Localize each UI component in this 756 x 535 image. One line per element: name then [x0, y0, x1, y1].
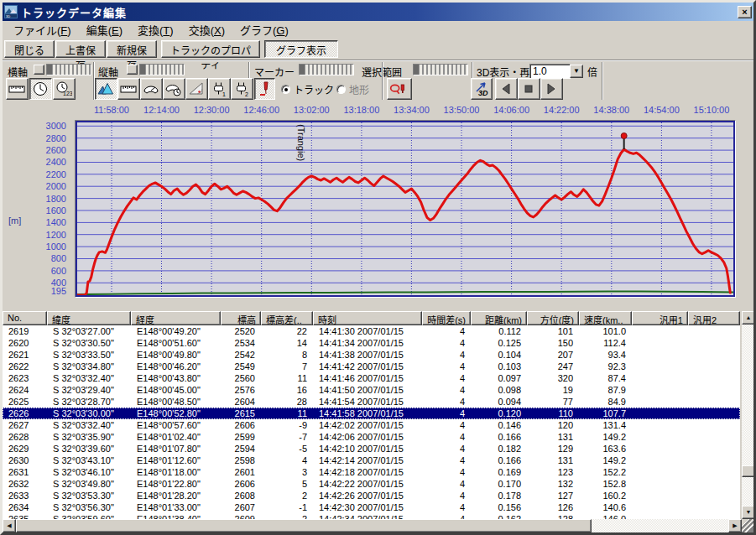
x-axis-tick-label: 15:10:00 [694, 105, 730, 115]
gauge-clock-icon[interactable] [163, 78, 185, 100]
column-header[interactable]: 標高 [221, 311, 261, 325]
table-cell: 4 [422, 513, 471, 519]
table-cell: 131 [527, 431, 579, 443]
close-icon[interactable]: × [738, 6, 752, 18]
table-cell: 2598 [221, 454, 261, 466]
table-cell: 0.156 [471, 501, 527, 513]
horizontal-scroll-thumb[interactable] [16, 519, 592, 532]
y-axis-tick-label: 800 [26, 253, 66, 263]
menu-item-edit[interactable]: 編集(E) [79, 20, 130, 39]
table-row[interactable]: 2624S 32°03'29.40"E148°00'45.00"25761614… [3, 384, 740, 396]
vertical-scrollbar[interactable]: ▲ ▼ [742, 311, 755, 519]
step-back-icon[interactable] [495, 78, 518, 100]
table-row[interactable]: 2626S 32°03'30.00"E148°00'52.80"26151114… [3, 408, 740, 419]
table-row[interactable]: 2629S 32°03'39.60"E148°01'07.80"2594-514… [3, 443, 740, 454]
time-clock-icon[interactable] [29, 78, 52, 100]
table-row[interactable]: 2619S 32°03'27.00"E148°00'49.20"25202214… [3, 325, 740, 337]
vertical-axis-label: 縦軸 [98, 65, 118, 79]
column-header[interactable]: 汎用1 [632, 311, 688, 325]
table-cell [688, 513, 740, 519]
marker-target-terrain-radio[interactable]: 地形 [336, 82, 369, 96]
marker-target-track-radio[interactable]: トラック [281, 82, 334, 96]
scroll-left-icon[interactable]: ◀ [3, 519, 16, 532]
speed-gauge-icon[interactable] [140, 78, 163, 100]
table-row[interactable]: 2634S 32°03'56.30"E148°01'33.00"2607-114… [3, 501, 740, 513]
chart-plot-area[interactable]: (Trangie)(ナロマイン飛行場) [77, 122, 733, 295]
menu-item-exchange[interactable]: 交換(X) [181, 20, 232, 39]
menu-item-convert[interactable]: 変換(T) [130, 20, 181, 39]
x-axis-tick-label: 13:02:00 [294, 105, 330, 115]
table-row[interactable]: 2632S 32°03'49.80"E148°01'22.80"2606514:… [3, 478, 740, 490]
graph-view-button[interactable]: グラフ表示 [264, 40, 338, 58]
column-header[interactable]: 時刻 [313, 311, 422, 325]
plug-1-icon[interactable]: 1 [208, 78, 231, 100]
table-row[interactable]: 2631S 32°03'46.10"E148°01'18.00"2601314:… [3, 466, 740, 478]
svg-text:2: 2 [245, 91, 248, 97]
playback-speed-select[interactable]: 1.0 [529, 64, 571, 79]
marker-pen-icon[interactable] [254, 78, 275, 100]
table-cell: 152.2 [579, 466, 632, 478]
vertical-scroll-track[interactable] [742, 325, 755, 506]
column-header[interactable]: 距離(km) [471, 311, 527, 325]
plug-2-icon[interactable]: 2 [231, 78, 253, 100]
3d-view-icon[interactable]: 3D [471, 78, 493, 100]
table-row[interactable]: 2635S 32°03'59.60"E148°01'38.40"2609214:… [3, 513, 740, 519]
distance-ruler-icon[interactable] [6, 78, 29, 100]
table-cell: 93.4 [579, 349, 632, 361]
scroll-down-icon[interactable]: ▼ [742, 506, 755, 519]
table-row[interactable]: 2623S 32°03'32.40"E148°00'43.80"25601114… [3, 372, 740, 384]
table-cell [688, 443, 740, 454]
selection-range-slider[interactable] [413, 64, 468, 75]
horizontal-axis-zoom-slider[interactable] [46, 64, 91, 75]
column-header[interactable]: 経度 [131, 311, 221, 325]
ruler-icon[interactable] [117, 78, 140, 100]
track-properties-button[interactable]: トラックのプロパティ [161, 40, 260, 58]
table-row[interactable]: 2633S 32°03'53.30"E148°01'28.20"2608214:… [3, 490, 740, 501]
table-row[interactable]: 2630S 32°03'43.10"E148°01'12.60"2598414:… [3, 454, 740, 466]
slope-protractor-icon[interactable] [185, 78, 208, 100]
vertical-scroll-thumb[interactable] [742, 465, 755, 477]
stop-icon[interactable] [518, 78, 540, 100]
title-bar[interactable]: 3D トラックデータ編集 × [3, 3, 753, 21]
scroll-up-icon[interactable]: ▲ [742, 311, 755, 325]
table-row[interactable]: 2625S 32°03'28.70"E148°00'48.50"26042814… [3, 396, 740, 408]
chevron-down-icon[interactable]: ▼ [570, 65, 583, 78]
play-icon[interactable] [540, 78, 563, 100]
table-cell: E148°01'02.40" [131, 431, 221, 443]
menu-item-file[interactable]: ファイル(F) [6, 20, 79, 39]
column-header[interactable]: 汎用2 [688, 311, 740, 325]
vertical-axis-reset-button[interactable] [127, 65, 138, 75]
lasso-select-icon[interactable] [387, 78, 412, 100]
column-header[interactable]: 緯度 [47, 311, 131, 325]
vertical-axis-zoom-slider[interactable] [139, 64, 185, 75]
column-header[interactable]: 時間差(s) [422, 311, 471, 325]
table-cell: 4 [422, 372, 471, 384]
table-row[interactable]: 2621S 32°03'33.50"E148°00'49.80"2542814:… [3, 349, 740, 361]
marker-position-slider[interactable] [299, 64, 354, 75]
time-numbers-icon[interactable]: 123 [53, 78, 76, 100]
save-new-button[interactable]: 新規保存 [107, 40, 157, 58]
column-header[interactable]: 方位(度) [527, 311, 579, 325]
table-row[interactable]: 2628S 32°03'35.90"E148°01'02.40"2599-714… [3, 431, 740, 443]
resize-grip[interactable] [742, 519, 755, 532]
menu-item-graph[interactable]: グラフ(G) [232, 20, 296, 39]
x-axis-tick-label: 14:22:00 [544, 105, 580, 115]
marker-pin-icon[interactable] [621, 132, 627, 138]
table-cell: 150 [527, 337, 579, 349]
column-header[interactable]: No. [3, 311, 47, 325]
overwrite-save-button[interactable]: 上書保存 [55, 40, 106, 58]
table-cell [688, 408, 740, 419]
column-header[interactable]: 速度(km.. [579, 311, 632, 325]
horizontal-scrollbar[interactable]: ◀ ▶ [3, 519, 755, 532]
table-row[interactable]: 2620S 32°03'30.50"E148°00'51.60"25341414… [3, 337, 740, 349]
close-button[interactable]: 閉じる [4, 40, 55, 58]
elevation-mountain-icon[interactable] [95, 78, 117, 100]
table-cell: 0.166 [471, 454, 527, 466]
table-cell: 0.120 [471, 408, 527, 419]
horizontal-axis-reset-button[interactable] [34, 65, 44, 75]
column-header[interactable]: 標高差(.. [261, 311, 313, 325]
table-row[interactable]: 2622S 32°03'34.80"E148°00'46.20"2549714:… [3, 361, 740, 372]
scroll-right-icon[interactable]: ▶ [728, 519, 742, 532]
table-row[interactable]: 2627S 32°03'32.40"E148°00'57.60"2606-914… [3, 419, 740, 431]
y-axis-unit-label: [m] [8, 216, 21, 226]
